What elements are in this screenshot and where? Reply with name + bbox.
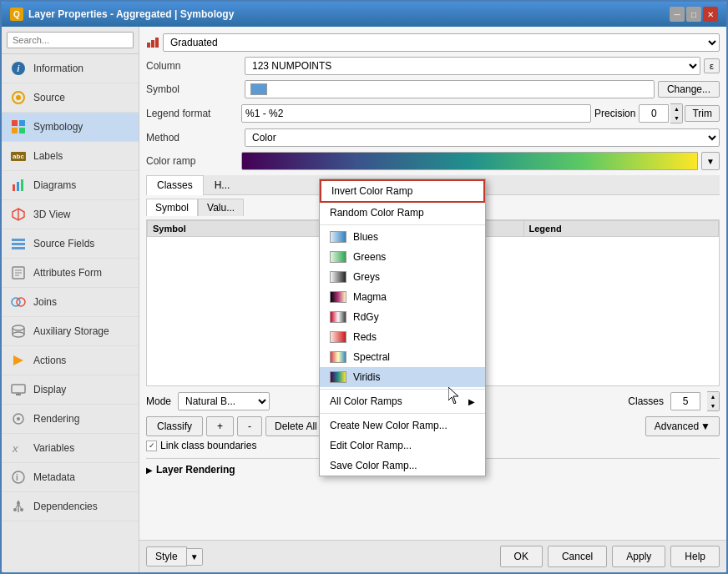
subtab-symbol[interactable]: Symbol (146, 199, 198, 216)
subtab-values[interactable]: Valu... (198, 199, 244, 216)
sidebar-item-metadata[interactable]: i Metadata (2, 463, 139, 492)
menu-item-all-color-ramps[interactable]: All Color Ramps ▶ (320, 391, 485, 411)
method-select[interactable]: Color (245, 128, 720, 147)
classes-up[interactable]: ▲ (707, 392, 719, 401)
sidebar-item-rendering[interactable]: Rendering (2, 405, 139, 434)
information-icon: i (10, 60, 27, 77)
advanced-button[interactable]: Advanced ▼ (645, 416, 720, 436)
sidebar-label-rendering: Rendering (33, 413, 79, 425)
close-button[interactable]: ✕ (703, 7, 718, 22)
trim-button[interactable]: Trim (685, 105, 720, 122)
remove-class-button[interactable]: - (237, 416, 262, 436)
precision-down[interactable]: ▼ (670, 113, 682, 123)
menu-item-edit-color-ramp[interactable]: Edit Color Ramp... (320, 436, 485, 456)
blues-swatch (330, 231, 346, 243)
col-symbol: Symbol (148, 221, 345, 237)
menu-item-greens[interactable]: Greens (320, 247, 485, 267)
ok-button[interactable]: OK (500, 546, 543, 567)
column-select[interactable]: 123 NUMPOINTS (245, 57, 700, 75)
classes-down[interactable]: ▼ (707, 401, 719, 410)
main-panel: Graduated Column 123 NUMPOINTS ε (139, 27, 726, 572)
sidebar-item-source[interactable]: Source (2, 83, 139, 113)
style-dropdown-button[interactable]: ▼ (187, 548, 203, 566)
3dview-icon (10, 206, 27, 223)
title-bar: Q Layer Properties - Aggregated | Symbol… (2, 2, 726, 27)
sidebar-label-variables: Variables (33, 442, 74, 454)
classes-input[interactable] (670, 392, 700, 410)
menu-item-random-color-ramp[interactable]: Random Color Ramp (320, 203, 485, 223)
sidebar-label-labels: Labels (33, 150, 63, 162)
variables-icon: x (10, 440, 27, 456)
precision-label: Precision (594, 108, 635, 119)
labels-icon: abc (10, 148, 27, 164)
random-color-ramp-label: Random Color Ramp (330, 207, 424, 219)
symbology-icon (10, 118, 27, 135)
tab-histogram[interactable]: H... (204, 175, 241, 194)
svg-point-31 (13, 471, 24, 483)
menu-item-save-color-ramp[interactable]: Save Color Ramp... (320, 456, 485, 476)
precision-up[interactable]: ▲ (670, 104, 682, 113)
add-class-button[interactable]: + (206, 416, 234, 436)
sidebar-item-diagrams[interactable]: Diagrams (2, 171, 139, 200)
menu-item-viridis[interactable]: Viridis (320, 367, 485, 387)
change-button[interactable]: Change... (658, 81, 720, 98)
menu-item-reds[interactable]: Reds (320, 327, 485, 347)
method-control: Color (245, 128, 720, 147)
invert-color-ramp-label: Invert Color Ramp (331, 185, 412, 197)
mode-select[interactable]: Natural B... (178, 392, 270, 410)
cancel-button[interactable]: Cancel (548, 546, 607, 567)
rdgy-label: RdGy (353, 311, 379, 323)
tab-classes[interactable]: Classes (146, 175, 204, 195)
sidebar-item-actions[interactable]: Actions (2, 346, 139, 375)
maximize-button[interactable]: □ (686, 7, 701, 22)
legend-format-input[interactable] (241, 104, 591, 123)
style-button[interactable]: Style (146, 546, 187, 566)
link-class-label: Link class boundaries (160, 440, 256, 451)
greens-label: Greens (353, 251, 386, 263)
menu-item-invert-color-ramp[interactable]: Invert Color Ramp (320, 179, 485, 203)
sidebar-item-auxiliary-storage[interactable]: Auxiliary Storage (2, 317, 139, 346)
sidebar-item-symbology[interactable]: Symbology (2, 113, 139, 142)
col-legend: Legend (523, 221, 718, 237)
help-button[interactable]: Help (670, 546, 720, 567)
sidebar-item-3dview[interactable]: 3D View (2, 200, 139, 229)
menu-item-blues[interactable]: Blues (320, 227, 485, 247)
precision-input[interactable] (639, 104, 669, 123)
sidebar-item-joins[interactable]: Joins (2, 288, 139, 317)
sidebar-item-attributes-form[interactable]: Attributes Form (2, 259, 139, 288)
graduated-select[interactable]: Graduated (163, 33, 720, 52)
menu-item-rdgy[interactable]: RdGy (320, 307, 485, 327)
spectral-swatch (330, 351, 346, 363)
delete-all-button[interactable]: Delete All (265, 416, 326, 436)
svg-rect-12 (12, 243, 25, 245)
menu-divider-3 (320, 413, 485, 414)
menu-item-greys[interactable]: Greys (320, 267, 485, 287)
spectral-label: Spectral (353, 351, 390, 363)
link-class-checkbox[interactable] (146, 441, 157, 451)
sidebar-item-variables[interactable]: x Variables (2, 434, 139, 463)
sidebar-label-dependencies: Dependencies (33, 501, 98, 512)
sidebar-search-input[interactable] (7, 32, 134, 48)
reds-swatch (330, 331, 346, 343)
minimize-button[interactable]: ─ (670, 7, 685, 22)
sidebar-item-source-fields[interactable]: Source Fields (2, 229, 139, 259)
svg-rect-2 (12, 120, 18, 126)
apply-button[interactable]: Apply (612, 546, 665, 567)
sidebar-item-display[interactable]: Display (2, 375, 139, 405)
sidebar-item-labels[interactable]: abc Labels (2, 142, 139, 171)
svg-rect-8 (21, 179, 23, 191)
color-ramp-dropdown-button[interactable]: ▼ (701, 152, 720, 170)
menu-item-create-new[interactable]: Create New Color Ramp... (320, 415, 485, 436)
menu-item-magma[interactable]: Magma (320, 287, 485, 307)
graduated-row: Graduated (146, 33, 720, 52)
sidebar-item-information[interactable]: i Information (2, 54, 139, 83)
menu-item-spectral[interactable]: Spectral (320, 347, 485, 367)
expression-button[interactable]: ε (704, 58, 720, 73)
classify-button[interactable]: Classify (146, 416, 203, 436)
sidebar-label-symbology: Symbology (33, 121, 83, 133)
source-icon (10, 89, 27, 106)
symbol-control: Change... (245, 80, 720, 98)
svg-point-23 (13, 332, 24, 337)
precision-spinners: ▲ ▼ (670, 103, 683, 123)
sidebar-item-dependencies[interactable]: Dependencies (2, 492, 139, 521)
